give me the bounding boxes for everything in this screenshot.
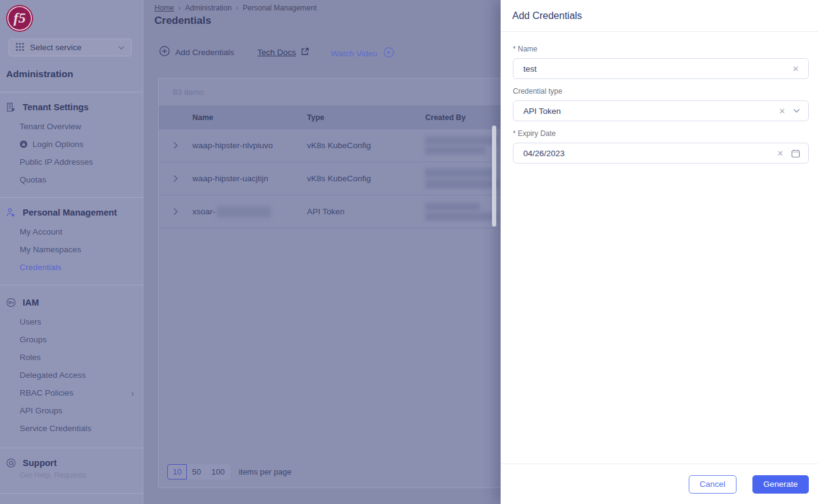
name-field-group: * Name test ✕ [513, 45, 809, 79]
expiry-date-label: * Expiry Date [513, 129, 809, 138]
modal-backdrop[interactable] [0, 0, 501, 504]
panel-title: Add Credentials [501, 0, 818, 32]
expiry-date-field-group: * Expiry Date 04/26/2023 ✕ [513, 129, 809, 164]
calendar-icon[interactable] [791, 149, 800, 158]
cancel-button[interactable]: Cancel [689, 475, 737, 494]
credential-type-label: Credential type [513, 87, 809, 96]
credential-type-field-group: Credential type API Token ✕ [513, 87, 809, 121]
expiry-date-value: 04/26/2023 [523, 149, 776, 158]
name-input[interactable]: test ✕ [513, 58, 809, 79]
clear-date-icon[interactable]: ✕ [776, 148, 785, 159]
clear-name-icon[interactable]: ✕ [791, 64, 800, 74]
name-field-label: * Name [513, 45, 809, 53]
expiry-date-input[interactable]: 04/26/2023 ✕ [513, 143, 809, 164]
panel-footer: Cancel Generate [501, 464, 818, 504]
credential-type-value: API Token [523, 107, 778, 116]
generate-button[interactable]: Generate [752, 475, 809, 494]
name-input-value: test [523, 64, 791, 73]
clear-type-icon[interactable]: ✕ [778, 106, 787, 116]
page-size-10-button[interactable]: 10 [167, 464, 187, 480]
credential-type-select[interactable]: API Token ✕ [513, 100, 809, 121]
chevron-down-icon[interactable] [793, 108, 800, 113]
panel-body: * Name test ✕ Credential type API Token … [501, 32, 818, 464]
add-credentials-panel: Add Credentials * Name test ✕ Credential… [501, 0, 818, 504]
